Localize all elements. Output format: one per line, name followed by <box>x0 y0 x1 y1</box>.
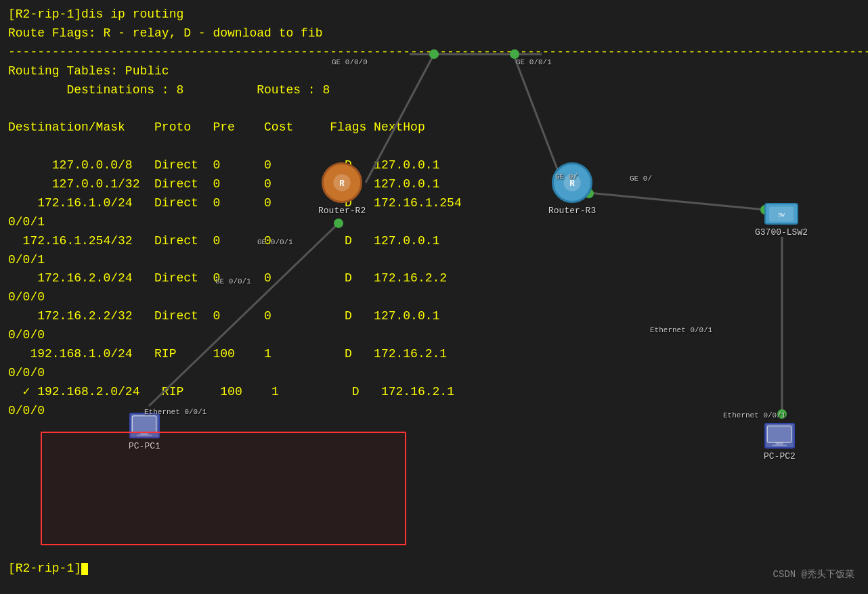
svg-rect-23 <box>773 444 787 446</box>
port-label-eth001-lsw2b: Ethernet 0/0/1 <box>723 411 785 419</box>
pc2-icon <box>764 423 795 449</box>
port-label-ge0-r3side: GE 0/ <box>630 175 652 183</box>
header-line: Destination/Mask Proto Pre Cost Flags Ne… <box>8 118 860 137</box>
router-r2-svg: R <box>330 170 354 195</box>
separator-line: ----------------------------------------… <box>8 43 860 62</box>
port-label-ge001-r2: GE 0/0/1 <box>257 238 293 246</box>
routing-tables-line: Routing Tables: Public <box>8 62 860 81</box>
svg-text:SW: SW <box>778 211 785 217</box>
port-label-eth001-lsw2: Ethernet 0/0/1 <box>650 326 712 334</box>
row-8: ✓ 192.168.2.0/24 RIP 100 1 D 172.16.2.1 <box>8 383 860 402</box>
svg-rect-22 <box>776 442 783 444</box>
row-3b: 0/0/1 <box>8 213 860 232</box>
port-label-ge000-top: GE 0/0/0 <box>332 58 368 66</box>
prompt-text: [R2-rip-1] <box>8 562 81 575</box>
port-label-ge0-r2side: GE 0/ <box>555 173 578 181</box>
pc1-svg <box>131 415 158 437</box>
terminal-prompt: [R2-rip-1] <box>8 562 88 575</box>
port-label-ge001-top: GE 0/0/1 <box>516 58 552 66</box>
cursor-blink <box>81 563 88 575</box>
lsw2-svg: SW <box>768 206 795 223</box>
router-r2-label: Router-R2 <box>318 206 366 216</box>
row-1: 127.0.0.0/8 Direct 0 0 D 127.0.0.1 <box>8 156 860 175</box>
terminal-area: [R2-rip-1]dis ip routing Route Flags: R … <box>0 0 868 594</box>
pc2-label: PC-PC2 <box>764 451 796 461</box>
route-flags-line: Route Flags: R - relay, D - download to … <box>8 24 860 43</box>
lsw2-icon: SW <box>764 203 798 225</box>
svg-rect-18 <box>133 415 157 432</box>
lsw2-label: G3700-LSW2 <box>755 227 808 237</box>
pc1-icon <box>129 413 160 438</box>
port-label-ge001-r2b: GE 0/0/1 <box>215 277 251 285</box>
row-6: 172.16.2.2/32 Direct 0 0 D 127.0.0.1 <box>8 307 860 326</box>
row-4: 172.16.1.254/32 Direct 0 0 D 127.0.0.1 <box>8 232 860 251</box>
router-r2-icon: R <box>322 162 362 203</box>
pc2-node: PC-PC2 <box>764 423 796 461</box>
router-r3-node: R Router-R3 <box>548 162 596 216</box>
row-3: 172.16.1.0/24 Direct 0 0 D 172.16.1.254 <box>8 194 860 213</box>
pc1-label: PC-PC1 <box>129 441 160 451</box>
row-2: 127.0.0.1/32 Direct 0 0 D 127.0.0.1 <box>8 175 860 194</box>
row-5: 172.16.2.0/24 Direct 0 0 D 172.16.2.2 <box>8 269 860 288</box>
router-r3-label: Router-R3 <box>548 206 596 216</box>
watermark: CSDN @秃头下饭菜 <box>773 568 854 580</box>
svg-text:R: R <box>339 179 345 189</box>
port-label-eth001-pc1: Ethernet 0/0/1 <box>144 408 207 416</box>
row-7: 192.168.1.0/24 RIP 100 1 D 172.16.2.1 <box>8 345 860 364</box>
dest-routes-line: Destinations : 8 Routes : 8 <box>8 81 860 100</box>
row-7b: 0/0/0 <box>8 364 860 383</box>
row-4b: 0/0/1 <box>8 251 860 270</box>
router-r3-icon: R <box>552 162 592 203</box>
row-5b: 0/0/0 <box>8 288 860 307</box>
svg-rect-21 <box>768 426 792 442</box>
svg-rect-19 <box>141 432 148 434</box>
blank2 <box>8 137 860 156</box>
blank1 <box>8 99 860 118</box>
svg-rect-20 <box>137 434 152 436</box>
row-6b: 0/0/0 <box>8 326 860 345</box>
router-r2-node: R Router-R2 <box>318 162 366 216</box>
pc2-svg <box>766 425 793 447</box>
pc1-node: PC-PC1 <box>129 413 160 451</box>
lsw2-node: SW G3700-LSW2 <box>755 203 808 237</box>
cmd-line: [R2-rip-1]dis ip routing <box>8 5 860 24</box>
